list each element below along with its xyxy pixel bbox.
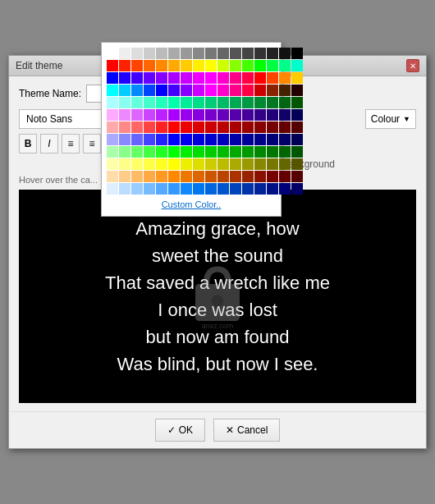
color-cell[interactable] xyxy=(119,158,130,170)
color-cell[interactable] xyxy=(205,85,217,96)
color-cell[interactable] xyxy=(168,85,180,96)
color-cell[interactable] xyxy=(181,48,192,59)
color-cell[interactable] xyxy=(279,158,291,170)
color-cell[interactable] xyxy=(279,60,291,71)
color-cell[interactable] xyxy=(131,72,143,84)
color-cell[interactable] xyxy=(218,109,229,121)
color-cell[interactable] xyxy=(156,97,167,108)
color-cell[interactable] xyxy=(291,85,303,96)
color-cell[interactable] xyxy=(267,97,278,108)
color-cell[interactable] xyxy=(168,60,180,71)
color-cell[interactable] xyxy=(168,72,180,84)
color-cell[interactable] xyxy=(267,85,278,96)
color-cell[interactable] xyxy=(242,97,254,108)
color-cell[interactable] xyxy=(205,48,217,59)
color-cell[interactable] xyxy=(193,109,204,121)
color-cell[interactable] xyxy=(181,97,192,108)
color-cell[interactable] xyxy=(168,183,180,195)
color-cell[interactable] xyxy=(254,171,266,182)
color-cell[interactable] xyxy=(156,85,167,96)
color-cell[interactable] xyxy=(279,72,291,84)
color-cell[interactable] xyxy=(279,171,291,182)
color-cell[interactable] xyxy=(168,109,180,121)
color-cell[interactable] xyxy=(230,60,241,71)
color-cell[interactable] xyxy=(230,121,241,133)
color-cell[interactable] xyxy=(168,121,180,133)
color-cell[interactable] xyxy=(107,48,118,59)
color-cell[interactable] xyxy=(279,97,291,108)
color-cell[interactable] xyxy=(242,85,254,96)
color-cell[interactable] xyxy=(267,183,278,195)
color-cell[interactable] xyxy=(218,183,229,195)
color-cell[interactable] xyxy=(131,48,143,59)
align-center-button[interactable]: ≡ xyxy=(83,134,101,153)
color-cell[interactable] xyxy=(131,60,143,71)
color-cell[interactable] xyxy=(131,85,143,96)
color-cell[interactable] xyxy=(267,134,278,145)
close-button[interactable]: ✕ xyxy=(406,59,419,72)
color-cell[interactable] xyxy=(254,60,266,71)
color-cell[interactable] xyxy=(144,134,155,145)
color-cell[interactable] xyxy=(156,109,167,121)
color-cell[interactable] xyxy=(291,146,303,158)
color-cell[interactable] xyxy=(131,109,143,121)
color-cell[interactable] xyxy=(107,109,118,121)
color-cell[interactable] xyxy=(205,146,217,158)
color-cell[interactable] xyxy=(230,48,241,59)
color-cell[interactable] xyxy=(144,183,155,195)
color-cell[interactable] xyxy=(279,85,291,96)
color-cell[interactable] xyxy=(218,171,229,182)
color-cell[interactable] xyxy=(205,109,217,121)
color-cell[interactable] xyxy=(144,109,155,121)
color-cell[interactable] xyxy=(107,97,118,108)
color-cell[interactable] xyxy=(193,121,204,133)
color-cell[interactable] xyxy=(279,183,291,195)
color-cell[interactable] xyxy=(254,134,266,145)
italic-button[interactable]: I xyxy=(40,134,58,153)
align-left-button[interactable]: ≡ xyxy=(62,134,80,153)
color-cell[interactable] xyxy=(267,60,278,71)
color-cell[interactable] xyxy=(279,48,291,59)
color-cell[interactable] xyxy=(230,97,241,108)
color-cell[interactable] xyxy=(107,158,118,170)
color-cell[interactable] xyxy=(181,121,192,133)
color-cell[interactable] xyxy=(144,72,155,84)
ok-button[interactable]: ✓ OK xyxy=(155,419,205,442)
color-cell[interactable] xyxy=(254,109,266,121)
color-cell[interactable] xyxy=(107,72,118,84)
color-cell[interactable] xyxy=(291,72,303,84)
color-cell[interactable] xyxy=(242,109,254,121)
color-cell[interactable] xyxy=(107,183,118,195)
color-cell[interactable] xyxy=(254,85,266,96)
color-cell[interactable] xyxy=(107,134,118,145)
color-cell[interactable] xyxy=(131,171,143,182)
color-cell[interactable] xyxy=(107,171,118,182)
color-cell[interactable] xyxy=(242,48,254,59)
color-cell[interactable] xyxy=(181,72,192,84)
color-cell[interactable] xyxy=(193,146,204,158)
color-cell[interactable] xyxy=(131,121,143,133)
bold-button[interactable]: B xyxy=(19,134,37,153)
color-cell[interactable] xyxy=(181,158,192,170)
color-cell[interactable] xyxy=(254,48,266,59)
color-cell[interactable] xyxy=(230,134,241,145)
color-cell[interactable] xyxy=(181,171,192,182)
color-cell[interactable] xyxy=(107,60,118,71)
color-cell[interactable] xyxy=(205,72,217,84)
color-cell[interactable] xyxy=(230,72,241,84)
color-cell[interactable] xyxy=(218,48,229,59)
color-cell[interactable] xyxy=(131,183,143,195)
color-cell[interactable] xyxy=(267,72,278,84)
color-cell[interactable] xyxy=(193,48,204,59)
color-cell[interactable] xyxy=(242,121,254,133)
color-cell[interactable] xyxy=(119,146,130,158)
color-cell[interactable] xyxy=(205,158,217,170)
color-cell[interactable] xyxy=(218,72,229,84)
color-cell[interactable] xyxy=(267,121,278,133)
color-cell[interactable] xyxy=(119,60,130,71)
color-cell[interactable] xyxy=(218,158,229,170)
color-cell[interactable] xyxy=(181,146,192,158)
color-cell[interactable] xyxy=(291,158,303,170)
color-cell[interactable] xyxy=(144,146,155,158)
color-cell[interactable] xyxy=(181,109,192,121)
